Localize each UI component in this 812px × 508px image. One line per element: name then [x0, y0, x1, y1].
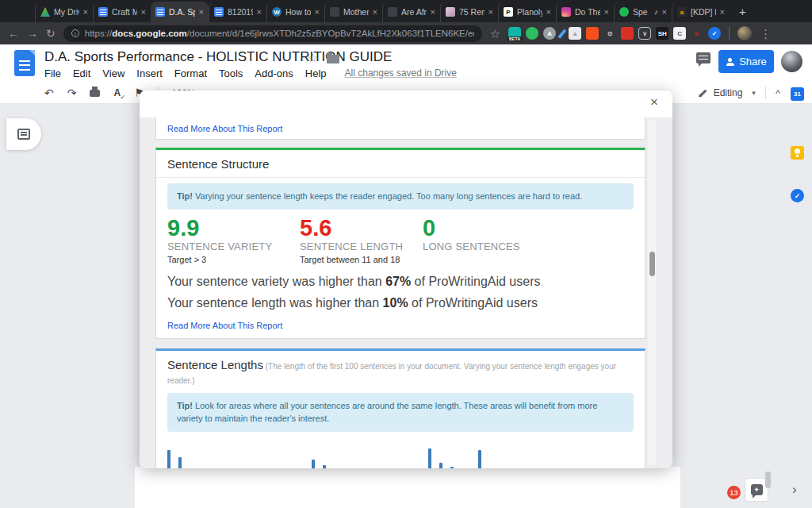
- chart-bar: [478, 450, 481, 468]
- back-icon[interactable]: ←: [8, 28, 19, 39]
- c-badge-icon[interactable]: C: [673, 27, 686, 40]
- browser-tab[interactable]: WHow to F×: [266, 2, 324, 22]
- stat-value: 9.9: [167, 216, 300, 240]
- a-circle-icon[interactable]: A: [543, 27, 556, 40]
- stat-value: 5.6: [300, 216, 423, 240]
- collapse-toolbar-icon[interactable]: ^: [776, 87, 780, 99]
- modal-scrollbar[interactable]: [648, 119, 656, 465]
- document-outline-button[interactable]: [6, 118, 41, 150]
- previous-report-card: Read More About This Report: [155, 117, 645, 140]
- extensions-row: BETAA▲⊙∨SHCK✓: [508, 27, 721, 40]
- browser-tab[interactable]: 75 Rema×: [440, 2, 498, 22]
- keep-icon[interactable]: [791, 146, 804, 160]
- tab-close-icon[interactable]: ×: [257, 8, 262, 17]
- close-icon[interactable]: ×: [650, 94, 658, 110]
- red-app-icon[interactable]: [621, 27, 634, 40]
- comments-icon[interactable]: [696, 52, 710, 64]
- side-panel-chevron-icon[interactable]: ›: [792, 482, 797, 498]
- tab-close-icon[interactable]: ×: [431, 8, 435, 17]
- menu-file[interactable]: File: [44, 67, 61, 79]
- print-icon[interactable]: [90, 90, 100, 97]
- menu-insert[interactable]: Insert: [136, 67, 163, 79]
- document-scrollbar[interactable]: [765, 471, 771, 488]
- browser-tab[interactable]: D.A. Spo×: [151, 2, 209, 22]
- spellcheck-icon[interactable]: A: [113, 87, 121, 98]
- image-thumbnail-icon: [446, 7, 455, 17]
- tab-label: 812019 -: [228, 7, 253, 17]
- browser-tab[interactable]: My Drive×: [35, 2, 93, 22]
- tasks-icon[interactable]: ✓: [791, 189, 804, 202]
- menu-view[interactable]: View: [102, 67, 124, 79]
- divider: [765, 87, 766, 99]
- beta-extension-icon[interactable]: BETA: [508, 27, 521, 40]
- google-docs-logo-icon[interactable]: [14, 50, 35, 76]
- browser-profile-avatar[interactable]: [737, 26, 752, 40]
- share-button[interactable]: Share: [718, 50, 774, 73]
- prowritingaid-report-modal: × Read More About This Report Sentence S…: [140, 90, 672, 468]
- chart-bar: [312, 460, 315, 468]
- star-document-icon[interactable]: ☆: [308, 52, 318, 64]
- browser-tab[interactable]: Craft Ma×: [93, 2, 151, 22]
- sh-badge-icon[interactable]: SH: [656, 27, 668, 40]
- menu-format[interactable]: Format: [174, 67, 207, 79]
- redo-icon[interactable]: ↷: [67, 87, 77, 98]
- browser-tab[interactable]: Spe♪×: [614, 2, 672, 22]
- k-letter-icon[interactable]: K: [691, 27, 703, 40]
- tab-close-icon[interactable]: ×: [83, 8, 88, 17]
- read-more-link[interactable]: Read More About This Report: [167, 321, 282, 330]
- address-bar[interactable]: i https://docs.google.com/document/d/1e6…: [63, 25, 482, 42]
- screenshot-icon[interactable]: ▲: [569, 27, 581, 40]
- new-tab-button[interactable]: +: [739, 5, 746, 18]
- browser-tab[interactable]: a[KDP] E×: [672, 2, 730, 22]
- move-folder-icon[interactable]: [327, 55, 339, 64]
- browser-tab-strip: My Drive×Craft Ma×D.A. Spo×812019 -×WHow…: [0, 0, 812, 22]
- pocket-icon[interactable]: ∨: [638, 27, 651, 40]
- chart-bar: [428, 448, 431, 468]
- tab-close-icon[interactable]: ×: [199, 8, 204, 17]
- menu-add-ons[interactable]: Add-ons: [255, 67, 293, 79]
- page-info-icon[interactable]: i: [71, 29, 79, 37]
- tab-close-icon[interactable]: ×: [141, 8, 146, 17]
- menu-edit[interactable]: Edit: [73, 67, 90, 79]
- evernote-icon[interactable]: [526, 27, 538, 40]
- account-avatar[interactable]: [781, 51, 802, 72]
- tab-label: [KDP] E: [691, 7, 716, 17]
- calendar-icon[interactable]: 31: [791, 87, 804, 101]
- tab-close-icon[interactable]: ×: [546, 8, 551, 17]
- verified-badge-icon[interactable]: ✓: [708, 27, 721, 40]
- browser-tab[interactable]: Are Afric×: [382, 2, 440, 22]
- reload-icon[interactable]: ↻: [46, 28, 56, 39]
- browser-tab[interactable]: Mother t×: [324, 2, 382, 22]
- tab-close-icon[interactable]: ×: [315, 8, 320, 17]
- tab-close-icon[interactable]: ×: [720, 8, 725, 17]
- browser-tab[interactable]: PPlanoly:×: [498, 2, 556, 22]
- menu-tools[interactable]: Tools: [219, 67, 243, 79]
- stat-label: LONG SENTENCES: [423, 241, 520, 252]
- browser-tab[interactable]: Do The×: [556, 2, 614, 22]
- undo-icon[interactable]: ↶: [44, 87, 54, 98]
- tab-label: D.A. Spo: [169, 7, 195, 17]
- chevron-down-icon[interactable]: ▾: [752, 89, 756, 97]
- forward-icon[interactable]: →: [27, 28, 38, 39]
- modal-scrollbar-thumb[interactable]: [649, 252, 655, 276]
- tab-close-icon[interactable]: ×: [662, 8, 667, 17]
- tab-close-icon[interactable]: ×: [488, 8, 493, 17]
- bookmark-star-icon[interactable]: ☆: [490, 28, 500, 40]
- tab-close-icon[interactable]: ×: [604, 8, 609, 17]
- tab-close-icon[interactable]: ×: [373, 8, 377, 17]
- tab-audio-icon[interactable]: ♪: [654, 8, 658, 16]
- map-pin-icon[interactable]: ⊙: [603, 27, 616, 40]
- browser-tab[interactable]: 812019 -×: [209, 2, 266, 22]
- person-icon: [726, 58, 734, 66]
- orange-badge-icon[interactable]: [586, 27, 599, 40]
- browser-toolbar: ← → ↻ i https://docs.google.com/document…: [0, 22, 812, 44]
- save-status[interactable]: All changes saved in Drive: [345, 67, 457, 79]
- document-title[interactable]: D.A. Sports Performance - HOLISTIC NUTRI…: [44, 49, 392, 65]
- menu-help[interactable]: Help: [305, 67, 327, 79]
- read-more-link[interactable]: Read More About This Report: [167, 124, 282, 133]
- feather-pen-icon[interactable]: [557, 29, 566, 39]
- browser-menu-icon[interactable]: ⋮: [760, 28, 772, 40]
- stat-target: Target between 11 and 18: [300, 255, 423, 264]
- percentile-line: Your sentence variety was higher than 67…: [167, 275, 634, 289]
- mode-select[interactable]: Editing: [714, 87, 743, 98]
